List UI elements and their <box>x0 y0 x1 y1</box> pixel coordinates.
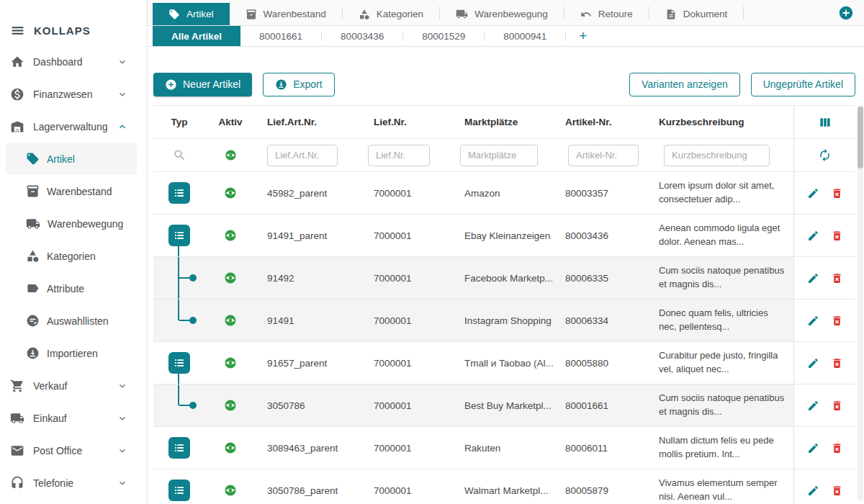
delete-icon[interactable] <box>831 485 843 497</box>
chevron-down-icon[interactable] <box>117 477 128 489</box>
edit-icon[interactable] <box>807 272 819 284</box>
menu-icon[interactable] <box>10 23 25 38</box>
tab-warenbewegung[interactable]: Warenbewegung <box>440 3 564 25</box>
chevron-down-icon[interactable] <box>117 56 128 68</box>
tab-artikel[interactable]: Artikel <box>153 3 230 25</box>
active-eye-icon[interactable] <box>224 186 237 199</box>
parent-article-icon[interactable] <box>168 480 190 501</box>
tab-article-80003436[interactable]: 80003436 <box>322 26 402 46</box>
filter-actions <box>793 139 855 171</box>
delete-icon[interactable] <box>831 187 843 199</box>
delete-icon[interactable] <box>831 315 843 327</box>
chevron-up-icon[interactable] <box>117 121 128 132</box>
table-row[interactable]: 91491 7000001 Instagram Shopping 8000633… <box>153 300 855 342</box>
delete-icon[interactable] <box>831 357 843 369</box>
add-tab-button[interactable]: + <box>566 26 600 46</box>
sidebar-item-artikel[interactable]: Artikel <box>6 143 137 175</box>
active-eye-icon[interactable] <box>224 484 237 497</box>
edit-icon[interactable] <box>807 230 819 242</box>
sidebar-item-attribute[interactable]: Attribute <box>6 272 137 305</box>
sidebar-item-kategorien[interactable]: Kategorien <box>6 240 137 272</box>
active-eye-icon[interactable] <box>225 149 237 161</box>
parent-article-icon[interactable] <box>168 437 190 459</box>
sidebar-item-post-office[interactable]: Post Office <box>0 434 147 467</box>
button-label: Ungeprüfte Artikel <box>763 78 843 90</box>
delete-icon[interactable] <box>831 442 843 454</box>
marktplaetze-filter-input[interactable] <box>460 145 538 166</box>
lief-art-nr-filter-input[interactable] <box>267 145 338 166</box>
active-eye-icon[interactable] <box>224 399 237 412</box>
sidebar-item-einkauf[interactable]: Einkauf <box>0 402 147 434</box>
unverified-articles-button[interactable]: Ungeprüfte Artikel <box>751 73 855 96</box>
lief-art-nr-cell: 91491 <box>256 300 362 341</box>
edit-icon[interactable] <box>807 187 819 199</box>
parent-article-icon[interactable] <box>168 352 190 374</box>
marketplace-cell: Tmall и Taobao (Al... <box>453 342 554 384</box>
chevron-down-icon[interactable] <box>117 445 128 456</box>
chevron-down-icon[interactable] <box>117 413 128 424</box>
header-marktplaetze: Marktplätze <box>453 106 554 138</box>
download-circle-icon <box>275 78 287 91</box>
tab-article-80000941[interactable]: 80000941 <box>485 26 565 46</box>
add-icon[interactable] <box>838 5 854 21</box>
tab-article-80001661[interactable]: 80001661 <box>240 26 321 46</box>
active-eye-icon[interactable] <box>224 229 237 242</box>
sidebar-item-finanzwesen[interactable]: Finanzwesen <box>0 78 147 110</box>
active-eye-icon[interactable] <box>224 356 237 369</box>
edit-icon[interactable] <box>807 485 819 497</box>
marketplace-cell: Instagram Shopping <box>453 300 554 341</box>
type-cell <box>153 300 205 341</box>
sidebar-item-lagerverwaltung[interactable]: Lagerverwaltung <box>0 110 147 143</box>
artikel-nr-filter-input[interactable] <box>568 145 639 166</box>
description-cell: Cum sociis natoque penatibus et magnis d… <box>647 257 793 299</box>
table-row[interactable]: 45982_parent 7000001 Amazon 80003357 Lor… <box>153 172 855 215</box>
tab-dokument[interactable]: Dokument <box>649 3 744 25</box>
sidebar-item-importieren[interactable]: Importieren <box>6 337 137 369</box>
refresh-icon[interactable] <box>818 148 832 162</box>
table-row[interactable]: 3050786 7000001 Best Buy Marketpl... 800… <box>153 384 855 427</box>
tab-kategorien[interactable]: Kategorien <box>343 3 439 25</box>
sidebar-item-auswahllisten[interactable]: Auswahllisten <box>6 305 137 337</box>
delete-icon[interactable] <box>831 272 843 284</box>
table-row[interactable]: 91657_parent 7000001 Tmall и Taobao (Al.… <box>153 342 855 384</box>
active-eye-icon[interactable] <box>224 271 237 284</box>
parent-article-icon[interactable] <box>168 225 190 246</box>
table-row[interactable]: 91491_parent 7000001 Ebay Kleinanzeigen … <box>153 215 855 257</box>
active-eye-icon[interactable] <box>224 314 237 327</box>
lief-nr-cell: 7000001 <box>362 427 453 469</box>
toolbar: Neuer Artikel Export Varianten anzeigen … <box>148 68 864 100</box>
chevron-down-icon[interactable] <box>117 89 128 100</box>
edit-icon[interactable] <box>807 357 819 369</box>
tab-alle-artikel[interactable]: Alle Artikel <box>153 26 240 46</box>
show-variants-button[interactable]: Varianten anzeigen <box>629 73 740 96</box>
export-button[interactable]: Export <box>263 73 334 96</box>
delete-icon[interactable] <box>831 400 843 412</box>
lief-nr-filter-input[interactable] <box>368 145 430 166</box>
kurzbeschreibung-filter-input[interactable] <box>664 145 770 166</box>
chevron-down-icon[interactable] <box>117 380 128 392</box>
tab-warenbestand[interactable]: Warenbestand <box>230 3 342 25</box>
new-article-button[interactable]: Neuer Artikel <box>153 73 252 96</box>
marketplace-cell: Amazon <box>453 172 554 214</box>
scrollbar-thumb[interactable] <box>858 107 863 168</box>
search-icon[interactable] <box>173 148 186 162</box>
filter-lief-nr <box>362 139 453 171</box>
edit-icon[interactable] <box>807 442 819 454</box>
parent-article-icon[interactable] <box>168 182 190 204</box>
scrollbar-track[interactable] <box>858 105 863 501</box>
table-row[interactable]: 3089463_parent 7000001 Rakuten 80006011 … <box>153 427 855 469</box>
columns-icon[interactable] <box>818 115 832 130</box>
table-row[interactable]: 91492 7000001 Facebook Marketp... 800063… <box>153 257 855 300</box>
active-eye-icon[interactable] <box>224 441 237 454</box>
sidebar-item-warenbestand[interactable]: Warenbestand <box>6 175 137 207</box>
edit-icon[interactable] <box>807 315 819 327</box>
edit-icon[interactable] <box>807 400 819 412</box>
sidebar-item-dashboard[interactable]: Dashboard <box>0 45 147 78</box>
sidebar-item-verkauf[interactable]: Verkauf <box>0 369 147 402</box>
delete-icon[interactable] <box>831 230 843 242</box>
tab-article-80001529[interactable]: 80001529 <box>403 26 484 46</box>
table-row[interactable]: 3050786_parent 7000001 Walmart Marketpl.… <box>153 469 855 504</box>
sidebar-item-warenbewegung[interactable]: Warenbewegung <box>6 207 137 240</box>
sidebar-item-telefonie[interactable]: Telefonie <box>0 467 147 499</box>
tab-retoure[interactable]: Retoure <box>564 3 649 25</box>
